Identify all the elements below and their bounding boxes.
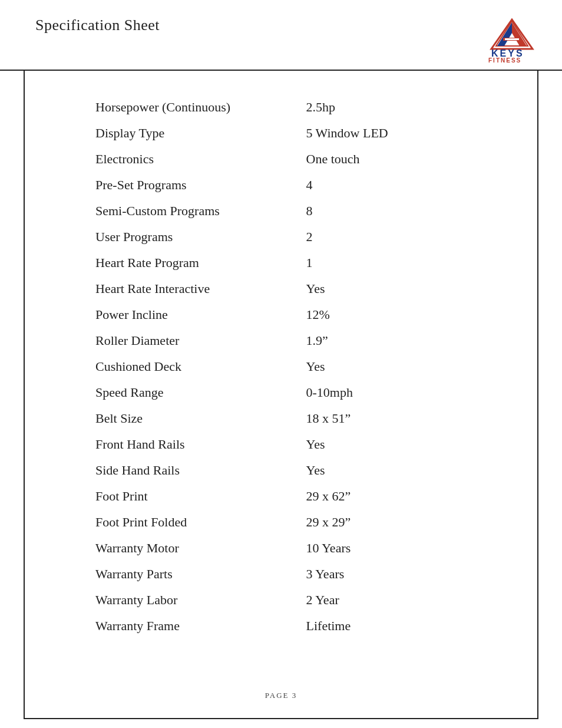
spec-label: Belt Size <box>95 406 306 431</box>
keys-fitness-logo: KEYS FITNESS <box>485 17 538 64</box>
logo-area: KEYS FITNESS <box>485 17 538 64</box>
spec-value: 3 Years <box>306 561 479 587</box>
spec-label: Warranty Motor <box>95 535 306 561</box>
spec-label: Horsepower (Continuous) <box>95 94 306 120</box>
spec-value: 18 x 51” <box>306 406 479 431</box>
spec-value: Yes <box>306 457 479 483</box>
table-row: Semi-Custom Programs8 <box>95 198 478 224</box>
spec-label: Warranty Parts <box>95 561 306 587</box>
spec-value: 1 <box>306 250 479 276</box>
svg-rect-6 <box>505 38 519 40</box>
spec-value: 2 Year <box>306 587 479 613</box>
table-row: Warranty Parts3 Years <box>95 561 478 587</box>
spec-label: Power Incline <box>95 302 306 328</box>
spec-label: Display Type <box>95 120 306 146</box>
page-number: PAGE 3 <box>265 691 297 700</box>
spec-value: Yes <box>306 431 479 457</box>
spec-value: 1.9” <box>306 328 479 354</box>
table-row: ElectronicsOne touch <box>95 146 478 172</box>
spec-value: Lifetime <box>306 613 479 639</box>
header-area: Specification Sheet KEYS F <box>0 0 562 71</box>
spec-value: 0-10mph <box>306 380 479 406</box>
spec-label: Roller Diameter <box>95 328 306 354</box>
spec-value: 29 x 62” <box>306 483 479 509</box>
page-title: Specification Sheet <box>35 17 160 34</box>
spec-label: Cushioned Deck <box>95 354 306 380</box>
spec-value: 2 <box>306 224 479 250</box>
spec-value: 29 x 29” <box>306 509 479 535</box>
spec-label: Warranty Labor <box>95 587 306 613</box>
spec-label: Side Hand Rails <box>95 457 306 483</box>
spec-value: Yes <box>306 276 479 302</box>
table-row: Warranty Motor10 Years <box>95 535 478 561</box>
table-row: Roller Diameter1.9” <box>95 328 478 354</box>
table-row: Cushioned DeckYes <box>95 354 478 380</box>
spec-value: 8 <box>306 198 479 224</box>
spec-value: One touch <box>306 146 479 172</box>
page-container: Specification Sheet KEYS F <box>0 0 562 728</box>
table-row: Side Hand RailsYes <box>95 457 478 483</box>
table-row: Front Hand RailsYes <box>95 431 478 457</box>
spec-value: 4 <box>306 172 479 198</box>
table-row: Foot Print Folded29 x 29” <box>95 509 478 535</box>
spec-label: Semi-Custom Programs <box>95 198 306 224</box>
spec-label: Speed Range <box>95 380 306 406</box>
table-row: Warranty Labor2 Year <box>95 587 478 613</box>
content-area: Horsepower (Continuous)2.5hpDisplay Type… <box>24 71 538 719</box>
spec-value: Yes <box>306 354 479 380</box>
table-row: Belt Size18 x 51” <box>95 406 478 431</box>
svg-text:FITNESS: FITNESS <box>488 57 521 64</box>
spec-label: Front Hand Rails <box>95 431 306 457</box>
spec-value: 5 Window LED <box>306 120 479 146</box>
spec-label: Foot Print <box>95 483 306 509</box>
table-row: Foot Print29 x 62” <box>95 483 478 509</box>
spec-label: Foot Print Folded <box>95 509 306 535</box>
table-row: User Programs2 <box>95 224 478 250</box>
table-row: Pre-Set Programs4 <box>95 172 478 198</box>
table-row: Speed Range0-10mph <box>95 380 478 406</box>
spec-label: User Programs <box>95 224 306 250</box>
table-row: Heart Rate InteractiveYes <box>95 276 478 302</box>
spec-value: 2.5hp <box>306 94 479 120</box>
table-row: Heart Rate Program1 <box>95 250 478 276</box>
spec-label: Heart Rate Interactive <box>95 276 306 302</box>
spec-label: Electronics <box>95 146 306 172</box>
table-row: Display Type5 Window LED <box>95 120 478 146</box>
spec-value: 12% <box>306 302 479 328</box>
spec-label: Heart Rate Program <box>95 250 306 276</box>
page-footer: PAGE 3 <box>25 691 537 700</box>
spec-value: 10 Years <box>306 535 479 561</box>
spec-label: Warranty Frame <box>95 613 306 639</box>
spec-label: Pre-Set Programs <box>95 172 306 198</box>
table-row: Warranty FrameLifetime <box>95 613 478 639</box>
table-row: Horsepower (Continuous)2.5hp <box>95 94 478 120</box>
table-row: Power Incline12% <box>95 302 478 328</box>
spec-table: Horsepower (Continuous)2.5hpDisplay Type… <box>95 94 478 639</box>
